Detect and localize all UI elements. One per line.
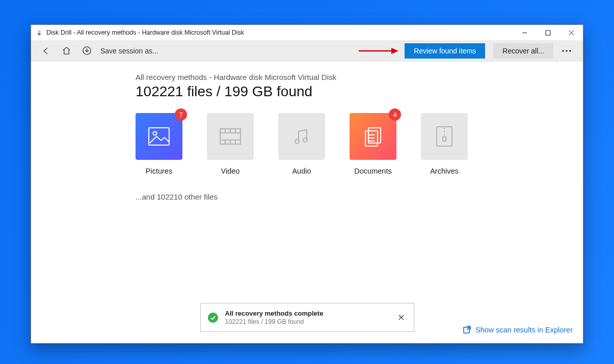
content-area: All recovery methods - Hardware disk Mic… bbox=[31, 62, 583, 343]
close-button[interactable] bbox=[559, 25, 583, 40]
video-icon bbox=[207, 113, 254, 160]
svg-point-0 bbox=[38, 30, 41, 33]
svg-point-9 bbox=[562, 50, 564, 51]
svg-point-11 bbox=[569, 50, 571, 51]
svg-rect-1 bbox=[38, 33, 41, 35]
review-found-items-button[interactable]: Review found items bbox=[405, 43, 485, 59]
svg-rect-3 bbox=[546, 31, 550, 35]
toast-subtitle: 102221 files / 199 GB found bbox=[225, 318, 396, 325]
home-button[interactable] bbox=[58, 42, 75, 60]
titlebar: Disk Drill - All recovery methods - Hard… bbox=[31, 25, 583, 40]
more-menu-button[interactable] bbox=[556, 42, 577, 60]
svg-point-13 bbox=[153, 132, 157, 135]
scan-path: All recovery methods - Hardware disk Mic… bbox=[136, 73, 502, 81]
back-button[interactable] bbox=[37, 42, 55, 60]
category-archives[interactable]: Archives bbox=[421, 113, 468, 175]
scan-summary: 102221 files / 199 GB found bbox=[136, 83, 502, 100]
minimize-button[interactable] bbox=[513, 25, 536, 40]
toast-close-button[interactable] bbox=[396, 313, 407, 323]
archives-icon bbox=[421, 113, 468, 160]
svg-marker-8 bbox=[391, 48, 398, 54]
more-files-text: ...and 102210 other files bbox=[136, 192, 502, 201]
maximize-button[interactable] bbox=[536, 25, 559, 40]
svg-rect-32 bbox=[443, 137, 446, 141]
pictures-icon bbox=[136, 113, 182, 160]
svg-point-10 bbox=[566, 50, 567, 51]
audio-icon bbox=[278, 113, 325, 160]
documents-badge: 4 bbox=[389, 108, 401, 121]
documents-icon bbox=[350, 113, 396, 160]
completion-toast: All recovery methods complete 102221 fil… bbox=[200, 303, 414, 332]
category-pictures[interactable]: 7 Pictures bbox=[136, 113, 182, 175]
toolbar: Save session as... Review found items Re… bbox=[31, 40, 583, 62]
category-audio[interactable]: Audio bbox=[278, 113, 325, 175]
show-in-explorer-link[interactable]: Show scan results in Explorer bbox=[463, 325, 573, 334]
svg-rect-12 bbox=[149, 128, 169, 145]
app-icon bbox=[35, 29, 43, 37]
save-session-label[interactable]: Save session as... bbox=[100, 47, 158, 55]
check-icon bbox=[208, 313, 218, 323]
window-title: Disk Drill - All recovery methods - Hard… bbox=[46, 29, 513, 36]
archives-label: Archives bbox=[430, 167, 459, 175]
category-documents[interactable]: 4 Documents bbox=[350, 113, 396, 175]
category-row: 7 Pictures Video Audio bbox=[136, 113, 502, 175]
video-label: Video bbox=[221, 167, 240, 175]
show-in-explorer-label: Show scan results in Explorer bbox=[475, 326, 573, 334]
app-window: Disk Drill - All recovery methods - Hard… bbox=[31, 24, 583, 344]
pictures-badge: 7 bbox=[175, 108, 187, 121]
annotation-arrow bbox=[358, 46, 398, 56]
category-video[interactable]: Video bbox=[207, 113, 254, 175]
recover-all-button[interactable]: Recover all... bbox=[493, 43, 553, 59]
toast-title: All recovery methods complete bbox=[225, 310, 396, 317]
save-session-icon[interactable] bbox=[78, 42, 95, 60]
audio-label: Audio bbox=[292, 167, 311, 175]
documents-label: Documents bbox=[354, 167, 391, 175]
pictures-label: Pictures bbox=[146, 167, 172, 175]
